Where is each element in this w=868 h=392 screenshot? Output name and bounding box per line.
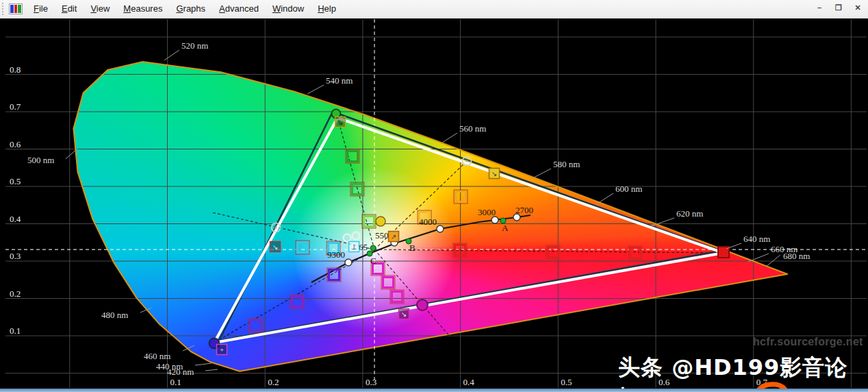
svg-text:↘: ↘ <box>272 243 278 251</box>
measurement-square <box>548 247 559 258</box>
wavelength-labels: 520 nm540 nm560 nm580 nm600 nm620 nm640 … <box>27 40 810 377</box>
svg-text:500 nm: 500 nm <box>27 155 54 165</box>
svg-text:600 nm: 600 nm <box>615 184 642 194</box>
green-dot-marker <box>367 251 372 256</box>
svg-text:0.2: 0.2 <box>10 289 21 299</box>
reference-markers: ↘↘⊥+↘↗↘ <box>209 109 730 354</box>
restore-button[interactable]: ❐ <box>832 2 845 13</box>
svg-text:↘: ↘ <box>492 170 497 177</box>
measurement-square <box>364 217 374 227</box>
svg-text:0.4: 0.4 <box>463 377 475 387</box>
yellow-dot-marker <box>376 217 385 226</box>
measurement-square <box>392 292 403 302</box>
svg-text:↘: ↘ <box>401 310 407 318</box>
white-point-crosshair <box>5 19 867 382</box>
svg-text:0.3: 0.3 <box>10 251 21 261</box>
menu-items: FileEditViewMeasuresGraphsAdvancedWindow… <box>27 0 343 18</box>
watermark-toutiao: 头条 @HD199影音论坛 <box>618 353 868 392</box>
svg-text:0.1: 0.1 <box>170 377 181 387</box>
svg-text:0.5: 0.5 <box>561 377 572 387</box>
svg-text:480 nm: 480 nm <box>101 310 128 320</box>
svg-text:520 nm: 520 nm <box>181 40 208 51</box>
menu-view[interactable]: View <box>84 0 116 18</box>
svg-text:3000: 3000 <box>478 207 496 217</box>
hcfr-window: 9300655500400030002700ABC↘↘⊥+↘↗↘520 nm54… <box>0 0 868 392</box>
grid <box>5 19 867 388</box>
measurement-square <box>292 297 303 307</box>
svg-text:620 nm: 620 nm <box>676 208 703 219</box>
svg-text:4000: 4000 <box>419 217 437 227</box>
measured-white-ring <box>353 232 360 240</box>
svg-text:640 nm: 640 nm <box>743 234 770 244</box>
blackbody-point-4000 <box>437 225 444 232</box>
green-dot-marker <box>500 218 506 223</box>
menu-advanced[interactable]: Advanced <box>212 0 266 18</box>
svg-text:0.3: 0.3 <box>366 377 376 387</box>
menu-help[interactable]: Help <box>311 0 343 18</box>
menu-graphs[interactable]: Graphs <box>169 0 212 18</box>
menu-bar: FileEditViewMeasuresGraphsAdvancedWindow… <box>0 0 868 19</box>
magenta-reference-point <box>417 299 428 310</box>
cie-diagram-overlay: 9300655500400030002700ABC↘↘⊥+↘↗↘520 nm54… <box>0 0 868 392</box>
measurement-square <box>383 278 394 288</box>
toolbar-grip-handle[interactable] <box>2 3 5 15</box>
menu-edit[interactable]: Edit <box>55 0 84 18</box>
green-dot-marker <box>406 238 411 244</box>
svg-text:0.5: 0.5 <box>10 176 21 186</box>
window-controls: – ❐ ✕ <box>813 2 864 13</box>
svg-text:⊥: ⊥ <box>351 243 357 251</box>
measured-white-ring <box>344 234 351 242</box>
svg-text:A: A <box>502 223 509 233</box>
watermark-hcfr-url: hcfr.sourceforge.net <box>753 336 863 348</box>
svg-text:+: + <box>220 346 224 354</box>
close-button[interactable]: ✕ <box>852 2 864 13</box>
axis-tick-labels: 0.10.20.30.40.50.60.70.10.20.30.40.50.60… <box>10 64 767 388</box>
cie-chart: 9300655500400030002700ABC↘↘⊥+↘↗↘520 nm54… <box>0 0 868 392</box>
svg-text:2700: 2700 <box>515 205 533 215</box>
minimize-button[interactable]: – <box>813 2 826 13</box>
measurement-squares <box>248 149 642 332</box>
svg-text:460 nm: 460 nm <box>144 351 170 361</box>
svg-text:0.7: 0.7 <box>10 101 21 112</box>
svg-text:0.6: 0.6 <box>10 139 21 149</box>
green-dot-marker <box>370 245 376 251</box>
saturation-lines <box>212 118 724 343</box>
svg-text:0.8: 0.8 <box>10 64 21 75</box>
window-bottom-border <box>0 389 868 392</box>
menu-window[interactable]: Window <box>266 0 311 18</box>
svg-text:↘: ↘ <box>337 119 343 126</box>
blackbody-point-3000 <box>492 217 498 223</box>
svg-text:C: C <box>370 256 376 266</box>
svg-text:65: 65 <box>359 242 368 252</box>
reference-gamut-triangle <box>214 118 724 343</box>
measurement-square <box>251 321 261 331</box>
svg-text:0.2: 0.2 <box>268 377 279 387</box>
measurement-square <box>298 243 308 253</box>
svg-text:580 nm: 580 nm <box>553 159 580 169</box>
svg-text:9300: 9300 <box>327 249 345 260</box>
svg-text:680 nm: 680 nm <box>783 251 810 261</box>
svg-text:0.4: 0.4 <box>10 214 21 224</box>
menu-file[interactable]: File <box>27 0 55 18</box>
svg-text:420 nm: 420 nm <box>167 367 194 377</box>
svg-text:B: B <box>409 243 416 253</box>
svg-text:0.1: 0.1 <box>10 326 21 336</box>
svg-text:540 nm: 540 nm <box>326 75 353 86</box>
svg-text:↗: ↗ <box>391 233 396 241</box>
svg-text:560 nm: 560 nm <box>459 123 486 134</box>
measurement-square <box>329 270 339 280</box>
hcfr-logo-icon <box>9 3 23 14</box>
menu-measures[interactable]: Measures <box>116 0 169 18</box>
blackbody-point-9300 <box>345 259 352 266</box>
